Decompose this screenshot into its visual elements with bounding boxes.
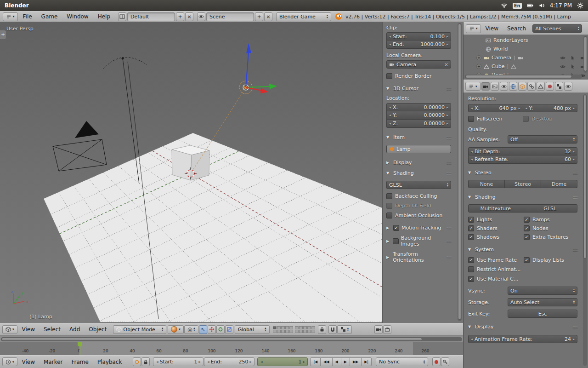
transform-orientations-panel-title[interactable]: Transform Orientations	[393, 251, 444, 263]
expand-toggle-icon[interactable]: +	[476, 55, 481, 60]
decrement-arrow-icon[interactable]: ◂	[526, 106, 527, 110]
pivot-point-dropdown[interactable]: ◎▴▾	[184, 325, 198, 334]
local-camera-field[interactable]: Camera ×	[386, 60, 451, 69]
panel-expand-icon[interactable]: ▼	[386, 171, 391, 175]
tab-object[interactable]	[518, 82, 526, 91]
y-axis-handle[interactable]	[269, 84, 277, 89]
keying-set-button[interactable]	[441, 357, 449, 366]
next-keyframe-button[interactable]: ▶▶	[350, 357, 362, 366]
outliner-filter-dropdown[interactable]: All Scenes ▴▾	[532, 24, 582, 33]
increment-arrow-icon[interactable]: ▸	[447, 121, 448, 126]
camera-object[interactable]	[53, 121, 107, 171]
decrement-arrow-icon[interactable]: ◂	[389, 42, 391, 46]
resolution-y-field[interactable]: ◂ Y: 480 px ▸	[523, 104, 578, 112]
stereo-stereo-button[interactable]: Stereo	[505, 180, 541, 188]
panel-grip-icon[interactable]: :::::	[447, 226, 451, 230]
scene-browse-button[interactable]	[197, 12, 205, 21]
panel-expand-icon[interactable]: ▼	[468, 325, 473, 329]
stereo-dome-button[interactable]: Dome	[541, 180, 577, 188]
play-reverse-button[interactable]: ◀	[333, 357, 341, 366]
editor-type-button[interactable]: ▾	[466, 24, 481, 33]
increment-arrow-icon[interactable]: ▸	[447, 34, 448, 39]
display-panel-title[interactable]: Display	[393, 160, 412, 166]
snap-toggle-button[interactable]	[328, 325, 337, 334]
item-panel-title[interactable]: Item	[393, 134, 405, 140]
decrement-arrow-icon[interactable]: ◂	[471, 106, 473, 110]
manipulator-scale-button[interactable]	[225, 325, 233, 334]
jump-end-button[interactable]: ▶|	[362, 357, 372, 366]
panel-expand-icon[interactable]: ▶	[386, 255, 390, 259]
background-images-panel-title[interactable]: Background Images	[401, 235, 444, 247]
panel-expand-icon[interactable]: ▼	[468, 247, 473, 252]
ambient-occlusion-checkbox[interactable]	[386, 213, 392, 218]
prev-keyframe-button[interactable]: ◀◀	[321, 357, 332, 366]
use-material-caching-checkbox[interactable]	[468, 276, 474, 282]
timeline-ruler[interactable]: -40 -20 0 20 40 60 80 100 120 140 160 18…	[0, 336, 463, 355]
panel-expand-icon[interactable]: ▼	[386, 135, 391, 139]
vsync-dropdown[interactable]: On ▴▾	[508, 287, 577, 295]
panel-grip-icon[interactable]: :::::	[573, 325, 577, 329]
restrict-animation-checkbox[interactable]	[468, 266, 474, 272]
outliner-item-label[interactable]: RenderLayers	[493, 37, 528, 43]
npanel-scrollbar[interactable]	[458, 23, 462, 321]
panel-grip-icon[interactable]: :::::	[573, 171, 577, 175]
outliner-item-label[interactable]: Cube	[492, 63, 504, 69]
panel-grip-icon[interactable]: :::::	[447, 161, 451, 165]
lock-to-scene-button[interactable]	[318, 325, 326, 334]
tab-scene[interactable]	[500, 82, 508, 91]
render-engine-dropdown[interactable]: Blender Game▴▾	[276, 12, 331, 21]
render-opengl-button[interactable]	[374, 325, 383, 334]
x-axis-handle[interactable]	[260, 88, 268, 93]
panel-expand-icon[interactable]: ▶	[386, 226, 391, 230]
frame-end-field[interactable]: ◂ End: 250 ▸	[204, 357, 254, 366]
panel-grip-icon[interactable]: :::::	[447, 135, 451, 140]
outliner-row-renderlayers[interactable]: RenderLayers	[464, 36, 588, 45]
decrement-arrow-icon[interactable]: ◂	[471, 150, 473, 154]
frame-start-field[interactable]: ◂ Start: 1 ▸	[153, 357, 204, 366]
translate-manipulator[interactable]	[243, 43, 277, 93]
exit-key-button[interactable]: Esc	[508, 310, 577, 318]
current-frame-handle[interactable]	[78, 342, 82, 346]
cursor-panel-title[interactable]: 3D Cursor	[393, 86, 418, 92]
cube-object[interactable]	[172, 145, 209, 180]
decrement-arrow-icon[interactable]: ◂	[207, 360, 209, 364]
shading-multitexture-button[interactable]: Multitexture	[468, 204, 523, 213]
decrement-arrow-icon[interactable]: ◂	[389, 34, 391, 39]
restrict-select-icon[interactable]	[570, 55, 576, 61]
nodes-checkbox[interactable]	[524, 225, 530, 231]
increment-arrow-icon[interactable]: ▸	[303, 360, 305, 364]
shading-panel-title[interactable]: Shading	[393, 170, 414, 176]
lock-frame-range-button[interactable]	[141, 357, 150, 366]
tab-physics[interactable]	[564, 82, 572, 91]
z-axis-handle[interactable]	[246, 43, 251, 53]
outliner-item-label[interactable]: World	[493, 46, 508, 52]
bit-depth-field[interactable]: ◂ Bit Depth: 32 ▸	[468, 147, 577, 155]
editor-type-button[interactable]: ▾	[2, 325, 17, 334]
play-button[interactable]: ▶	[341, 357, 350, 366]
outliner-row-camera[interactable]: + Camera |	[464, 53, 588, 62]
render-border-checkbox[interactable]	[386, 73, 392, 79]
panel-grip-icon[interactable]: :::::	[447, 255, 451, 259]
delete-screen-layout-button[interactable]: ×	[185, 12, 193, 21]
tab-render[interactable]	[481, 82, 490, 91]
view3d-canvas[interactable]: x y z User Persp (1) Lamp +	[0, 22, 382, 323]
fullscreen-checkbox[interactable]	[468, 116, 474, 122]
panel-grip-icon[interactable]: :::::	[447, 86, 451, 91]
editor-type-button[interactable]: ▾	[3, 12, 18, 21]
ramps-checkbox[interactable]	[524, 217, 530, 223]
increment-arrow-icon[interactable]: ▸	[573, 150, 575, 154]
toolshelf-expand-tab[interactable]: +	[0, 30, 6, 39]
floor-plane-mesh[interactable]	[44, 133, 382, 322]
restrict-view-icon[interactable]	[560, 55, 565, 61]
restrict-select-icon[interactable]	[570, 64, 576, 69]
cursor-x-field[interactable]: ◂ X: 0.00000 ▸	[386, 103, 451, 111]
menu-add[interactable]: Add	[65, 326, 84, 333]
storage-dropdown[interactable]: Auto Select ▴▾	[508, 298, 577, 306]
delete-scene-button[interactable]: ×	[264, 12, 272, 21]
increment-arrow-icon[interactable]: ▸	[198, 360, 200, 364]
gear-icon[interactable]	[577, 2, 583, 9]
tab-material[interactable]	[546, 82, 554, 91]
display-panel-title[interactable]: Display	[475, 324, 494, 330]
expand-toggle-icon[interactable]: +	[476, 64, 481, 69]
outliner-row-world[interactable]: World	[464, 45, 588, 53]
